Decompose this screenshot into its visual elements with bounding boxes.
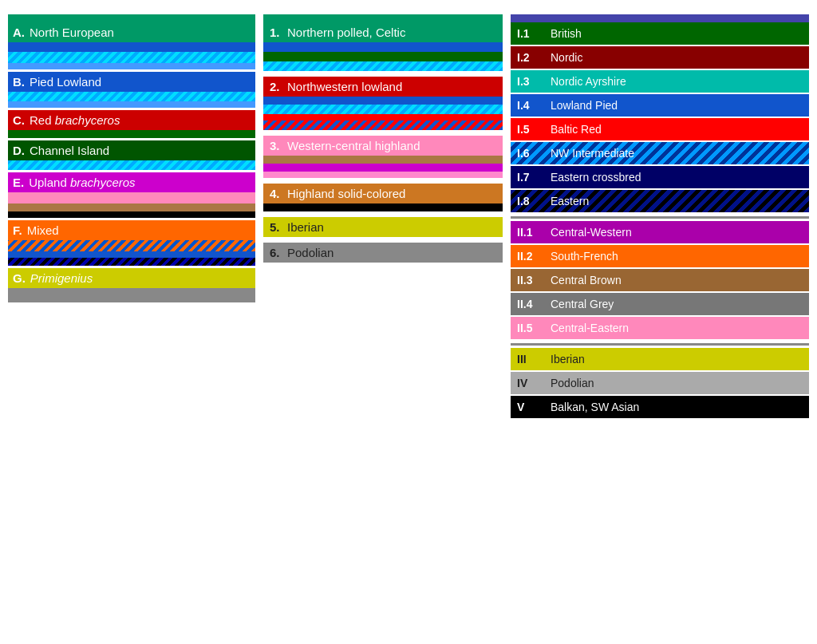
felius-item-1: 2.Northwestern lowland [263, 77, 503, 130]
felius-label-1: 2.Northwestern lowland [263, 77, 503, 97]
ecgdc-code-1-3: II.4 [517, 298, 546, 310]
baker-letter-0: A. [13, 26, 25, 39]
ecgdc-label-1-2: Central Brown [551, 274, 622, 286]
ecgdc-item-1-3: II.4Central Grey [511, 293, 809, 315]
baker-letter-3: D. [13, 144, 25, 157]
felius-num-2: 3. [270, 139, 281, 152]
ecgdc-separator [511, 343, 809, 346]
ecgdc-code-1-1: II.2 [517, 250, 546, 263]
ecgdc-item-0-5: I.6NW Intermediate [511, 142, 809, 164]
baker-stripe [8, 42, 255, 52]
felius-stripe [263, 164, 503, 172]
ecgdc-code-0-1: I.2 [517, 51, 546, 64]
ecgdc-label-2-0: Iberian [551, 353, 585, 365]
felius-item-4: 5.Iberian [263, 217, 503, 237]
felius-text-3: Highland solid-colored [287, 187, 405, 200]
baker-letter-6: G. [13, 271, 26, 285]
ecgdc-code-1-0: II.1 [517, 226, 546, 239]
baker-label-1: B.Pied Lowland [8, 72, 255, 92]
ecgdc-item-2-2: VBalkan, SW Asian [511, 396, 809, 418]
baker-label-6: G.Primigenius [8, 268, 255, 288]
baker-item-c: C.Red brachyceros [8, 110, 255, 138]
baker-letter-2: C. [13, 113, 25, 127]
baker-stripe [8, 63, 255, 69]
baker-stripe [8, 240, 255, 251]
ecgdc-item-0-0: I.1British [511, 22, 809, 45]
baker-stripe [8, 52, 255, 63]
ecgdc-item-0-4: I.5Baltic Red [511, 118, 809, 140]
ecgdc-label-1-0: Central-Western [551, 226, 632, 239]
felius-item-2: 3.Western-central highland [263, 136, 503, 178]
felius-item-0: 1.Northern polled, Celtic [263, 22, 503, 71]
ecgdc-code-1-2: II.3 [517, 274, 546, 286]
ecgdc-item-1-0: II.1Central-Western [511, 221, 809, 243]
felius-item-3: 4.Highland solid-colored [263, 184, 503, 211]
ecgdc-label-0-1: Nordic [551, 51, 582, 64]
ecgdc-item-0-2: I.3Nordic Ayrshire [511, 70, 809, 93]
baker-stripe [8, 192, 255, 203]
baker-label-text-5: Mixed [27, 223, 59, 237]
felius-num-4: 5. [270, 220, 281, 234]
felius-stripe [263, 61, 503, 71]
felius-stripe [263, 203, 503, 211]
ecgdc-code-1-4: II.5 [517, 322, 546, 334]
felius-label-2: 3.Western-central highland [263, 136, 503, 156]
baker-item-d: D.Channel Island [8, 140, 255, 170]
baker-stripe [8, 203, 255, 211]
ecgdc-code-2-2: V [517, 401, 546, 413]
felius-label-3: 4.Highland solid-colored [263, 184, 503, 203]
baker-stripe [8, 288, 255, 302]
baker-label-0: A.North European [8, 22, 255, 42]
ecgdc-code-0-5: I.6 [517, 147, 546, 160]
ecgdc-code-0-4: I.5 [517, 123, 546, 136]
felius-stripe [263, 156, 503, 164]
felius-label-5: 6.Podolian [263, 243, 503, 263]
baker-label-text-6: Primigenius [30, 271, 93, 285]
baker-item-g: G.Primigenius [8, 268, 255, 302]
ecgdc-separator [511, 216, 809, 219]
baker-stripe [8, 251, 255, 258]
felius-item-5: 6.Podolian [263, 243, 503, 263]
baker-label-text-4: Upland brachyceros [29, 176, 135, 189]
ecgdc-label-0-3: Lowland Pied [551, 99, 618, 112]
baker-label-text-0: North European [30, 26, 114, 39]
baker-item-a: A.North European [8, 14, 255, 69]
felius-text-4: Iberian [287, 220, 324, 234]
baker-stripe [8, 92, 255, 101]
ecgdc-item-1-1: II.2South-French [511, 245, 809, 267]
baker-stripe [8, 130, 255, 138]
baker-label-4: E.Upland brachyceros [8, 172, 255, 192]
ecgdc-label-0-4: Baltic Red [551, 123, 602, 136]
felius-stripe [263, 121, 503, 130]
felius-text-5: Podolian [287, 246, 334, 259]
felius-label-0: 1.Northern polled, Celtic [263, 22, 503, 42]
ecgdc-code-0-2: I.3 [517, 75, 546, 88]
baker-label-text-1: Pied Lowland [30, 75, 101, 89]
felius-num-1: 2. [270, 80, 281, 93]
baker-stripe [8, 211, 255, 218]
ecgdc-label-0-7: Eastern [551, 195, 589, 207]
baker-label-text-2: Red brachyceros [30, 113, 120, 127]
baker-stripe [8, 101, 255, 108]
felius-stripe [263, 105, 503, 114]
ecgdc-item-0-1: I.2Nordic [511, 46, 809, 69]
felius-stripe [263, 172, 503, 178]
ecgdc-label-0-6: Eastern crossbred [551, 171, 641, 184]
baker-label-text-3: Channel Island [30, 144, 109, 157]
baker-item-f: F.Mixed [8, 220, 255, 266]
ecgdc-item-2-1: IVPodolian [511, 372, 809, 394]
ecgdc-item-1-2: II.3Central Brown [511, 269, 809, 291]
felius-text-2: Western-central highland [287, 139, 420, 152]
ecgdc-item-0-3: I.4Lowland Pied [511, 94, 809, 117]
ecgdc-column: I.1BritishI.2NordicI.3Nordic AyrshireI.4… [511, 14, 809, 420]
baker-label-5: F.Mixed [8, 220, 255, 240]
ecgdc-label-1-1: South-French [551, 250, 618, 263]
ecgdc-item-0-6: I.7Eastern crossbred [511, 166, 809, 188]
ecgdc-label-0-2: Nordic Ayrshire [551, 75, 626, 88]
felius-num-3: 4. [270, 187, 281, 200]
felius-column: 1.Northern polled, Celtic2.Northwestern … [263, 14, 503, 265]
ecgdc-code-0-6: I.7 [517, 171, 546, 184]
baker-item-b: B.Pied Lowland [8, 72, 255, 108]
felius-text-0: Northern polled, Celtic [287, 26, 405, 39]
ecgdc-code-2-1: IV [517, 377, 546, 389]
